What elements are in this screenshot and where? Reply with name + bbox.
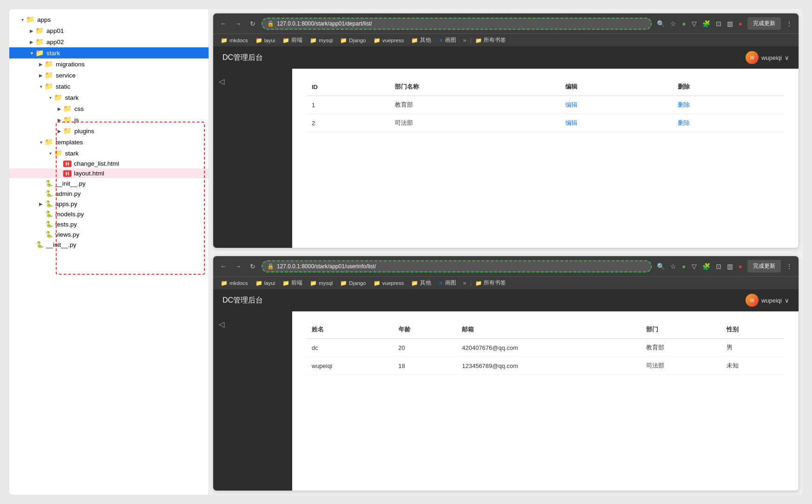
address-bar-2[interactable]: 🔒 127.0.0.1:8000/stark/app01/userinfo/li… — [262, 260, 652, 272]
tree-item-app01[interactable]: ▶ 📁 app01 — [9, 25, 209, 36]
star-icon-1[interactable]: ☆ — [669, 19, 678, 29]
bookmarks-bar-2: 📁 mkdocs 📁 layui 📁 前端 📁 mysql 📁 D — [213, 276, 799, 289]
cell-gender: 男 — [721, 339, 785, 357]
tree-item-app02[interactable]: ▶ 📁 app02 — [9, 36, 209, 47]
download-icon-1[interactable]: ▽ — [690, 19, 698, 29]
th-age-2: 年龄 — [393, 321, 457, 339]
menu-icon-1[interactable]: ⋮ — [785, 19, 794, 29]
chevron-service: ▶ — [37, 73, 45, 78]
download-icon-2[interactable]: ▽ — [690, 261, 698, 271]
refresh-button-1[interactable]: ↻ — [248, 19, 258, 29]
bookmarks-more-2[interactable]: » — [463, 279, 466, 286]
chevron-app02: ▶ — [28, 39, 35, 45]
sidebar-icon-2[interactable]: ▥ — [726, 261, 734, 271]
tree-item-templates[interactable]: ▾ 📁 templates — [9, 136, 209, 148]
bookmark-django-2[interactable]: 📁 Django — [337, 279, 368, 287]
bookmark-other-2[interactable]: 📁 其他 — [408, 278, 434, 287]
cell-edit[interactable]: 编辑 — [560, 96, 672, 114]
bookmark-other-1[interactable]: 📁 其他 — [408, 36, 434, 45]
bookmark-layui-1[interactable]: 📁 layui — [253, 36, 278, 45]
back-button-2[interactable]: ← — [218, 261, 229, 271]
bookmark-draw-1[interactable]: ✕ 画图 — [436, 36, 459, 45]
user-dropdown-1[interactable]: ∨ — [785, 54, 789, 61]
tree-item-init2[interactable]: ▶ 🐍 __init__.py — [9, 239, 209, 250]
bookmark-draw-2[interactable]: ✕ 画图 — [436, 278, 459, 287]
th-name-2: 姓名 — [306, 321, 393, 339]
bookmark-frontend-2[interactable]: 📁 前端 — [280, 278, 305, 287]
bookmark-all-1[interactable]: 📁 所有书签 — [475, 37, 506, 44]
update-button-2[interactable]: 完成更新 — [747, 260, 781, 272]
bookmark-mkdocs-2[interactable]: 📁 mkdocs — [218, 279, 251, 287]
cell-delete[interactable]: 删除 — [672, 96, 785, 114]
update-button-1[interactable]: 完成更新 — [747, 17, 781, 30]
tree-item-layout[interactable]: ▶ H layout.html — [9, 168, 209, 178]
folder-icon-css: 📁 — [63, 104, 72, 113]
bookmark-folder-icon-1c: 📁 — [282, 37, 289, 44]
user-icon-1[interactable]: ● — [737, 19, 744, 29]
tree-item-apps[interactable]: ▾ 📁 apps — [9, 14, 209, 25]
forward-button-1[interactable]: → — [233, 19, 244, 29]
bookmarks-more-1[interactable]: » — [463, 37, 466, 44]
tree-item-js[interactable]: ▶ 📁 js — [9, 114, 209, 125]
profile-icon-1[interactable]: ● — [681, 19, 687, 29]
tab-icon-2[interactable]: ⊡ — [714, 261, 723, 271]
ext-icon-1[interactable]: 🧩 — [701, 19, 712, 29]
bookmark-vuepress-2[interactable]: 📁 vuepress — [371, 279, 407, 287]
tree-label-stark-templates: stark — [65, 150, 79, 157]
tree-item-admin[interactable]: ▶ 🐍 admin.py — [9, 188, 209, 199]
menu-icon-2[interactable]: ⋮ — [785, 261, 794, 271]
address-bar-1[interactable]: 🔒 127.0.0.1:8000/stark/app01/depart/list… — [262, 18, 652, 30]
bookmark-django-1[interactable]: 📁 Django — [337, 36, 368, 45]
sidebar-icon-1[interactable]: ▥ — [726, 19, 734, 29]
search-icon-2[interactable]: 🔍 — [655, 261, 666, 271]
tab-icon-1[interactable]: ⊡ — [714, 19, 723, 29]
bookmark-label-django-2: Django — [349, 280, 366, 286]
bookmark-label-frontend-2: 前端 — [291, 279, 302, 286]
profile-icon-2[interactable]: ● — [681, 261, 687, 271]
cell-email: 420407676@qq.com — [456, 339, 641, 357]
tree-item-stark-static[interactable]: ▾ 📁 stark — [9, 92, 209, 103]
main-container: ▾ 📁 apps ▶ 📁 app01 ▶ 📁 app02 ▾ 📁 stark ▶… — [9, 9, 803, 495]
tree-item-css[interactable]: ▶ 📁 css — [9, 103, 209, 114]
tree-item-models[interactable]: ▶ 🐍 models.py — [9, 209, 209, 219]
bookmark-mkdocs-1[interactable]: 📁 mkdocs — [218, 36, 251, 45]
tree-item-service[interactable]: ▶ 📁 service — [9, 70, 209, 81]
html-icon-change-list: H — [63, 161, 72, 167]
tree-item-stark-templates[interactable]: ▾ 📁 stark — [9, 148, 209, 159]
tree-item-tests[interactable]: ▶ 🐍 tests.py — [9, 219, 209, 229]
user-dropdown-2[interactable]: ∨ — [785, 297, 789, 304]
bookmark-layui-2[interactable]: 📁 layui — [253, 279, 278, 287]
app-title-2: DC管理后台 — [223, 296, 263, 305]
py-icon-admin: 🐍 — [45, 190, 53, 197]
tree-item-change-list[interactable]: ▶ H change_list.html — [9, 159, 209, 168]
tree-item-plugins[interactable]: ▶ 📁 plugins — [9, 125, 209, 136]
tree-item-static[interactable]: ▾ 📁 static — [9, 81, 209, 92]
tree-item-stark[interactable]: ▾ 📁 stark — [9, 47, 209, 58]
browser-toolbar-2: ← → ↻ 🔒 127.0.0.1:8000/stark/app01/useri… — [213, 256, 799, 276]
star-icon-2[interactable]: ☆ — [669, 261, 678, 271]
bookmark-label-mysql-1: mysql — [319, 38, 333, 43]
bookmark-mysql-2[interactable]: 📁 mysql — [307, 279, 335, 287]
ext-icon-2[interactable]: 🧩 — [701, 261, 712, 271]
tree-item-migrations[interactable]: ▶ 📁 migrations — [9, 58, 209, 70]
browser-window-1: ← → ↻ 🔒 127.0.0.1:8000/stark/app01/depar… — [213, 13, 799, 248]
bookmark-all-2[interactable]: 📁 所有书签 — [475, 279, 506, 286]
search-icon-1[interactable]: 🔍 — [655, 19, 666, 29]
nav-arrow-1: ◁ — [213, 73, 230, 90]
tree-item-init1[interactable]: ▶ 🐍 __init__.py — [9, 178, 209, 188]
cell-edit[interactable]: 编辑 — [560, 114, 672, 132]
bookmark-mysql-1[interactable]: 📁 mysql — [307, 36, 335, 45]
bookmark-frontend-1[interactable]: 📁 前端 — [280, 36, 305, 45]
cell-delete[interactable]: 删除 — [672, 114, 785, 132]
refresh-button-2[interactable]: ↻ — [248, 261, 258, 271]
tree-label-migrations: migrations — [56, 61, 85, 68]
forward-button-2[interactable]: → — [233, 261, 244, 271]
back-button-1[interactable]: ← — [218, 19, 229, 29]
bookmark-vuepress-1[interactable]: 📁 vuepress — [371, 36, 407, 45]
user-icon-2[interactable]: ● — [737, 261, 744, 271]
username-2: wupeiqi — [761, 297, 782, 304]
tree-item-appspy[interactable]: ▶ 🐍 apps.py — [9, 199, 209, 209]
table-row: wupeiqi 18 123456789@qq.com 司法部 未知 — [306, 357, 785, 375]
tree-item-views[interactable]: ▶ 🐍 views.py — [9, 229, 209, 239]
cell-name: dc — [306, 339, 393, 357]
